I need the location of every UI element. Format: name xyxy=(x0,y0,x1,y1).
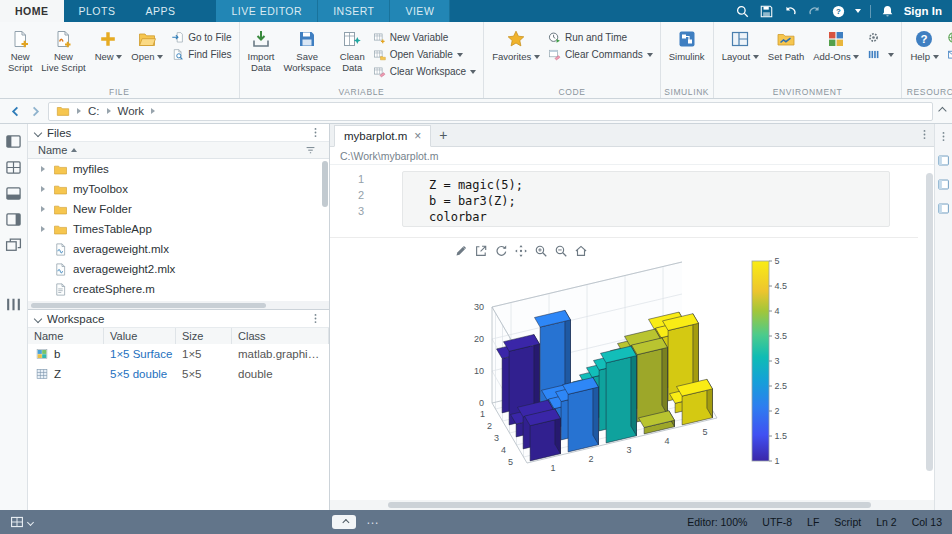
help-circle-button[interactable]: ? xyxy=(831,4,846,19)
file-row[interactable]: averageweight2.mlx xyxy=(28,259,329,279)
ribbon-tab-live-editor[interactable]: LIVE EDITOR xyxy=(216,0,318,22)
editor-horizontal-scrollbar[interactable] xyxy=(330,500,934,510)
files-horizontal-scrollbar[interactable] xyxy=(28,301,329,309)
redo-button[interactable] xyxy=(807,4,822,19)
ribbon-tab-home[interactable]: HOME xyxy=(0,0,64,22)
add-ons-button[interactable]: Add-Ons xyxy=(809,26,863,62)
svg-text:5: 5 xyxy=(775,256,780,266)
layout-quick-access-button[interactable] xyxy=(10,515,33,529)
parallel-button[interactable] xyxy=(864,48,897,61)
matrix-var-icon xyxy=(35,367,49,381)
breadcrumb-item[interactable]: C: xyxy=(88,105,100,117)
ribbon-tab-view[interactable]: VIEW xyxy=(390,0,450,22)
column-options-icon[interactable] xyxy=(304,144,317,157)
clear-workspace-button[interactable]: Clear Workspace xyxy=(370,65,480,78)
file-row[interactable]: createSphere.m xyxy=(28,279,329,299)
ribbon-tab-insert[interactable]: INSERT xyxy=(318,0,390,22)
window-float-icon[interactable] xyxy=(5,237,22,254)
undo-button[interactable] xyxy=(783,4,798,19)
expand-icon[interactable] xyxy=(41,186,45,192)
search-button[interactable] xyxy=(735,4,750,19)
window-right-panel-icon[interactable] xyxy=(5,211,22,228)
new-variable-button[interactable]: New Variable xyxy=(370,31,480,44)
file-row[interactable]: New Folder xyxy=(28,199,329,219)
clear-commands-button[interactable]: Clear Commands xyxy=(545,48,656,61)
editor-tab[interactable]: mybarplot.m × xyxy=(334,125,431,147)
workspace-column-size[interactable]: Size xyxy=(176,328,232,344)
clean-data-button[interactable]: CleanData xyxy=(336,26,369,73)
forward-arrow-button[interactable] xyxy=(28,104,43,119)
files-vertical-scrollbar[interactable] xyxy=(322,161,328,301)
file-row[interactable]: TimesTableApp xyxy=(28,219,329,239)
expand-icon[interactable] xyxy=(41,206,45,212)
help-button[interactable]: ?Help xyxy=(906,26,942,62)
minimized-panel-icon[interactable] xyxy=(937,178,950,191)
more-panels-button[interactable]: … xyxy=(366,512,380,527)
new-live-script-button[interactable]: NewLive Script xyxy=(37,26,89,73)
file-row[interactable]: averageweight.mlx xyxy=(28,239,329,259)
collapse-toolstrip-icon[interactable] xyxy=(938,107,946,115)
import-data-button[interactable]: ImportData xyxy=(244,26,279,73)
code-line[interactable]: b = bar3(Z); xyxy=(429,193,889,209)
request-support-button[interactable] xyxy=(944,48,952,61)
workspace-column-header[interactable]: NameValueSizeClass xyxy=(28,328,329,344)
new-tab-button[interactable]: + xyxy=(431,124,455,146)
expand-icon[interactable] xyxy=(41,166,45,172)
layout-button[interactable]: Layout xyxy=(718,26,763,62)
workspace-menu-icon[interactable] xyxy=(309,312,322,325)
workspace-row[interactable]: Z 5×5 double 5×5 double xyxy=(28,364,329,384)
ribbon-tab-apps[interactable]: APPS xyxy=(130,0,190,22)
bell-button[interactable] xyxy=(880,4,895,19)
file-row[interactable]: myfiles xyxy=(28,159,329,179)
set-path-button[interactable]: Set Path xyxy=(764,26,808,62)
go-to-file-button[interactable]: Go to File xyxy=(168,31,234,44)
simulink-button[interactable]: Simulink xyxy=(665,26,709,62)
workspace-panel-header[interactable]: Workspace xyxy=(28,310,329,328)
file-row[interactable]: myToolbox xyxy=(28,179,329,199)
workspace-row[interactable]: b 1×5 Surface 1×5 matlab.graphi… xyxy=(28,344,329,364)
code-section[interactable]: Z = magic(5);b = bar3(Z);colorbar xyxy=(402,171,890,227)
window-columns-icon[interactable] xyxy=(5,296,22,313)
breadcrumb-item[interactable]: Work xyxy=(118,105,145,117)
workspace-column-name[interactable]: Name xyxy=(28,328,104,344)
expand-icon[interactable] xyxy=(41,226,45,232)
help-dropdown-icon[interactable] xyxy=(855,9,861,13)
minimized-panel-icon[interactable] xyxy=(937,154,950,167)
save-workspace-button[interactable]: SaveWorkspace xyxy=(280,26,335,73)
favorites-button[interactable]: Favorites xyxy=(488,26,544,62)
code-line[interactable]: colorbar xyxy=(429,209,889,225)
workspace-column-value[interactable]: Value xyxy=(104,328,176,344)
code-line[interactable]: Z = magic(5); xyxy=(429,177,889,193)
new-button[interactable]: New xyxy=(91,26,127,62)
name-column-label[interactable]: Name xyxy=(28,144,67,156)
community-button[interactable] xyxy=(944,31,952,44)
right-rail-menu-icon[interactable] xyxy=(937,130,950,143)
restore-command-window-button[interactable] xyxy=(332,515,356,529)
open-button[interactable]: Open xyxy=(127,26,167,62)
close-tab-icon[interactable]: × xyxy=(414,130,421,142)
editor-vertical-scrollbar[interactable] xyxy=(926,169,933,496)
run-and-time-button[interactable]: Run and Time xyxy=(545,31,656,44)
variable-class: matlab.graphi… xyxy=(232,348,329,360)
files-column-header[interactable]: Name xyxy=(28,142,329,159)
collapse-panel-icon[interactable] xyxy=(34,128,42,136)
open-variable-button[interactable]: Open Variable xyxy=(370,48,480,61)
files-panel-header[interactable]: Files xyxy=(28,124,329,142)
files-menu-icon[interactable] xyxy=(309,126,322,139)
new-script-button[interactable]: NewScript xyxy=(4,26,36,73)
collapse-panel-icon[interactable] xyxy=(34,314,42,322)
find-files-button[interactable]: Find Files xyxy=(168,48,234,61)
window-grid-icon[interactable] xyxy=(5,159,22,176)
ribbon-tab-plots[interactable]: PLOTS xyxy=(64,0,131,22)
path-breadcrumb[interactable]: C:Work xyxy=(48,102,933,121)
preferences-button[interactable] xyxy=(864,31,897,44)
sign-in-button[interactable]: Sign In xyxy=(904,5,942,17)
save-button[interactable] xyxy=(759,4,774,19)
workspace-column-class[interactable]: Class xyxy=(232,328,329,344)
svg-text:3: 3 xyxy=(494,433,499,443)
back-arrow-button[interactable] xyxy=(8,104,23,119)
window-left-panel-icon[interactable] xyxy=(5,133,22,150)
editor-menu-icon[interactable] xyxy=(918,128,931,141)
window-bottom-panel-icon[interactable] xyxy=(5,185,22,202)
minimized-panel-icon[interactable] xyxy=(937,202,950,215)
